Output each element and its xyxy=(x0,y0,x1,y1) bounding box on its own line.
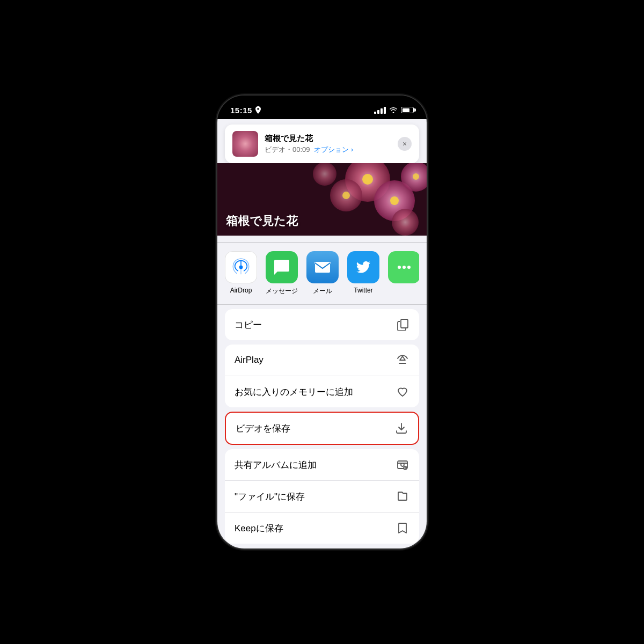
svg-rect-18 xyxy=(401,319,408,328)
location-icon xyxy=(255,106,261,114)
svg-rect-14 xyxy=(315,262,330,273)
airplay-row[interactable]: AirPlay xyxy=(225,345,419,376)
status-indicators xyxy=(374,107,414,114)
svg-point-16 xyxy=(402,266,406,269)
save-files-row[interactable]: "ファイル"に保存 xyxy=(225,481,419,513)
messages-icon xyxy=(266,251,298,283)
share-app-more[interactable] xyxy=(388,251,419,296)
copy-icon xyxy=(396,318,409,332)
share-app-mail[interactable]: メール xyxy=(306,251,339,296)
status-bar: 15:15 xyxy=(217,96,427,119)
more-app-icon xyxy=(388,251,419,283)
close-button[interactable]: × xyxy=(398,137,412,151)
save-video-row[interactable]: ビデオを保存 xyxy=(226,413,418,444)
add-memory-label: お気に入りのメモリーに追加 xyxy=(235,386,353,398)
share-apps-row: AirDrop メッセージ xyxy=(225,251,419,298)
video-title: 箱根で見た花 xyxy=(226,213,298,229)
svg-point-7 xyxy=(362,174,373,185)
shared-album-icon xyxy=(396,458,409,472)
bookmark-icon xyxy=(396,521,409,535)
copy-label: コピー xyxy=(235,319,262,331)
preview-title: 箱根で見た花 xyxy=(265,134,391,144)
share-apps-container: AirDrop メッセージ xyxy=(217,243,427,304)
svg-point-8 xyxy=(390,196,399,205)
preview-meta: ビデオ・00:09 オプション › xyxy=(265,145,391,155)
copy-row[interactable]: コピー xyxy=(225,309,419,340)
edit-actions-link[interactable]: アクションを編集... xyxy=(225,548,419,548)
svg-point-5 xyxy=(313,163,336,186)
files-icon xyxy=(396,489,409,503)
share-preview-card: 箱根で見た花 ビデオ・00:09 オプション › × xyxy=(225,125,419,163)
heart-icon xyxy=(396,385,409,399)
keep-row[interactable]: Keepに保存 xyxy=(225,513,419,544)
mail-icon xyxy=(306,251,339,283)
mail-label: メール xyxy=(313,287,332,296)
action-card-save-video-highlighted: ビデオを保存 xyxy=(225,412,419,445)
airdrop-icon xyxy=(225,251,257,283)
svg-point-17 xyxy=(407,266,411,269)
svg-point-15 xyxy=(398,266,401,269)
time-display: 15:15 xyxy=(230,106,252,115)
signal-icon xyxy=(374,107,386,114)
action-card-group4: 共有アルバムに追加 "ファイル"に保存 xyxy=(225,449,419,544)
phone-content: 箱根で見た花 ビデオ・00:09 オプション › × xyxy=(217,119,427,548)
phone-frame: 15:15 箱 xyxy=(217,96,427,548)
action-card-copy: コピー xyxy=(225,309,419,340)
airplay-label: AirPlay xyxy=(235,355,264,365)
preview-info: 箱根で見た花 ビデオ・00:09 オプション › xyxy=(265,134,391,155)
save-icon xyxy=(394,421,408,435)
keep-label: Keepに保存 xyxy=(235,522,283,535)
action-list: コピー AirPlay xyxy=(225,309,419,548)
airplay-icon xyxy=(396,353,409,367)
share-app-twitter[interactable]: Twitter xyxy=(347,251,379,296)
wifi-icon xyxy=(389,107,398,113)
twitter-label: Twitter xyxy=(354,287,372,294)
svg-point-10 xyxy=(413,173,419,180)
twitter-icon xyxy=(347,251,379,283)
add-memory-row[interactable]: お気に入りのメモリーに追加 xyxy=(225,376,419,407)
messages-label: メッセージ xyxy=(266,287,298,296)
svg-point-6 xyxy=(392,209,419,236)
save-video-label: ビデオを保存 xyxy=(236,422,290,435)
shared-album-row[interactable]: 共有アルバムに追加 xyxy=(225,449,419,481)
airdrop-label: AirDrop xyxy=(230,287,252,294)
svg-point-20 xyxy=(401,463,404,466)
share-app-messages[interactable]: メッセージ xyxy=(266,251,298,296)
save-files-label: "ファイル"に保存 xyxy=(235,491,305,503)
svg-point-9 xyxy=(342,192,350,199)
action-card-group2: AirPlay お気に入りのメモリーに追加 xyxy=(225,345,419,407)
preview-thumbnail xyxy=(232,131,258,157)
battery-icon xyxy=(401,107,414,113)
spacer xyxy=(217,236,427,242)
divider-mid xyxy=(217,304,427,305)
video-area: 箱根で見た花 xyxy=(217,163,427,236)
more-app-label xyxy=(401,287,407,296)
svg-point-11 xyxy=(239,266,243,269)
options-link[interactable]: オプション › xyxy=(314,145,353,153)
share-app-airdrop[interactable]: AirDrop xyxy=(225,251,257,296)
shared-album-label: 共有アルバムに追加 xyxy=(235,459,317,471)
